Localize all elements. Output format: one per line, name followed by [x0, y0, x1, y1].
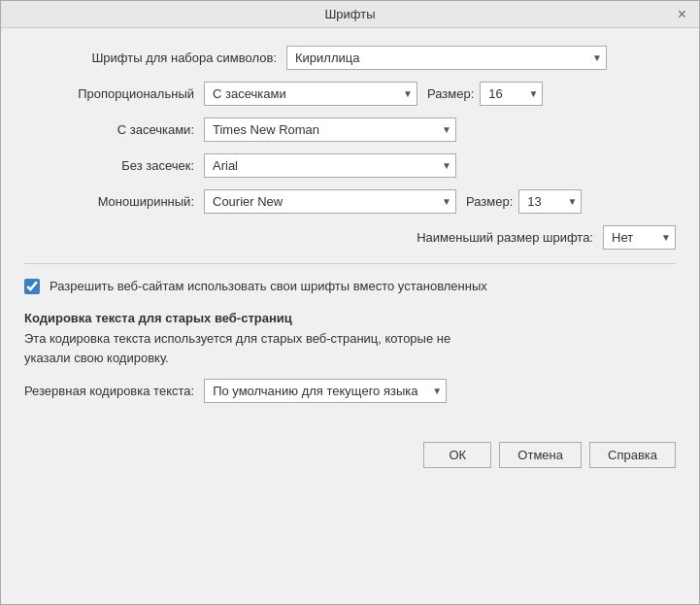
minsize-label: Наименьший размер шрифта: — [24, 230, 603, 245]
minsize-select-wrapper: Нет 9101112131416 ▼ — [603, 225, 676, 250]
dialog-title: Шрифты — [324, 7, 375, 21]
minsize-select[interactable]: Нет 9101112131416 — [603, 225, 676, 250]
encoding-select[interactable]: По умолчанию для текущего языка UTF-8 Wi… — [204, 379, 447, 403]
mono-select[interactable]: Courier New Courier Lucida Console — [204, 189, 456, 214]
proptype-select[interactable]: С засечками Без засечек — [204, 82, 417, 106]
mono-size-select[interactable]: 9101112131416182024 — [518, 189, 582, 214]
close-button[interactable]: × — [673, 5, 691, 24]
proportional-row: Пропорциональный С засечками Без засечек… — [24, 82, 676, 106]
ok-button[interactable]: ОК — [423, 442, 491, 468]
dialog-content: Шрифты для набора символов: Кириллица Ла… — [1, 28, 699, 432]
mono-size-label: Размер: — [456, 194, 518, 209]
charset-row: Шрифты для набора символов: Кириллица Ла… — [24, 46, 676, 70]
sansserif-select[interactable]: Arial Helvetica Verdana — [204, 153, 456, 178]
allow-fonts-row: Разрешить веб-сайтам использовать свои ш… — [24, 278, 676, 297]
serif-select-wrapper: Times New Roman Georgia Palatino ▼ — [204, 118, 456, 142]
titlebar: Шрифты × — [1, 1, 699, 28]
prop-size-select[interactable]: 9101112131416182024 — [480, 82, 543, 106]
cancel-button[interactable]: Отмена — [499, 442, 582, 468]
allow-fonts-label[interactable]: Разрешить веб-сайтам использовать свои ш… — [50, 278, 487, 295]
mono-select-wrapper: Courier New Courier Lucida Console ▼ — [204, 189, 456, 214]
serif-select[interactable]: Times New Roman Georgia Palatino — [204, 118, 456, 142]
minsize-row: Наименьший размер шрифта: Нет 9101112131… — [24, 225, 676, 250]
serif-label: С засечками: — [24, 122, 204, 137]
allow-fonts-checkbox-wrapper — [24, 279, 40, 297]
encoding-section-title: Кодировка текста для старых веб-страниц — [24, 311, 676, 325]
dialog-footer: ОК Отмена Справка — [1, 432, 699, 486]
serif-row: С засечками: Times New Roman Georgia Pal… — [24, 118, 676, 142]
charset-label: Шрифты для набора символов: — [24, 50, 286, 65]
sansserif-label: Без засечек: — [24, 158, 204, 173]
mono-size-select-wrapper: 9101112131416182024 ▼ — [518, 189, 582, 214]
encoding-label: Резервная кодировка текста: — [24, 384, 204, 398]
encoding-section-desc: Эта кодировка текста используется для ст… — [24, 329, 676, 367]
charset-select[interactable]: Кириллица Латиница Греческий Unicode — [286, 46, 607, 70]
sansserif-row: Без засечек: Arial Helvetica Verdana ▼ — [24, 153, 676, 178]
proptype-select-wrapper: С засечками Без засечек ▼ — [204, 82, 417, 106]
divider — [24, 263, 676, 264]
sansserif-select-wrapper: Arial Helvetica Verdana ▼ — [204, 153, 456, 178]
proportional-label: Пропорциональный — [24, 86, 204, 101]
prop-size-label: Размер: — [417, 86, 480, 101]
mono-row: Моноширинный: Courier New Courier Lucida… — [24, 189, 676, 214]
mono-label: Моноширинный: — [24, 194, 204, 209]
fonts-dialog: Шрифты × Шрифты для набора символов: Кир… — [0, 0, 700, 605]
encoding-select-wrapper: По умолчанию для текущего языка UTF-8 Wi… — [204, 379, 447, 403]
prop-size-select-wrapper: 9101112131416182024 ▼ — [480, 82, 543, 106]
charset-select-wrapper: Кириллица Латиница Греческий Unicode ▼ — [286, 46, 607, 70]
help-button[interactable]: Справка — [589, 442, 676, 468]
allow-fonts-checkbox[interactable] — [24, 279, 40, 294]
encoding-row: Резервная кодировка текста: По умолчанию… — [24, 379, 676, 403]
